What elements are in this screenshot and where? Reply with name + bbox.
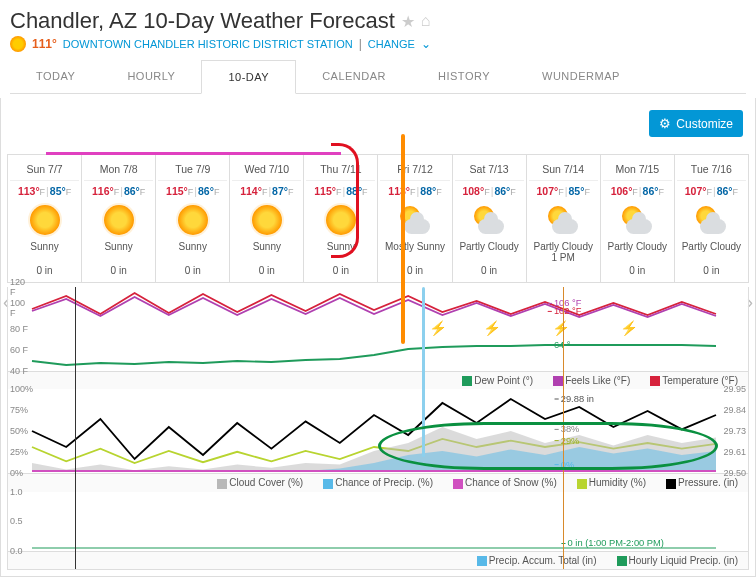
chart-panel-humidity: 100%75%50%25%0%29.9529.8429.7329.6129.50… [8,389,748,474]
day-temps: 116°F|86°F [84,185,153,197]
day-precip: 0 in [603,265,672,276]
day-condition: Sunny [84,241,153,265]
current-condition-icon [10,36,26,52]
partly-cloudy-icon [546,206,580,234]
partly-cloudy-icon [398,206,432,234]
day-label: Tue 7/9 [158,160,227,181]
now-marker-line [75,287,76,569]
customize-button[interactable]: ⚙ Customize [649,110,743,137]
svg-text:29.88 in: 29.88 in [561,395,594,405]
day-temps: 108°F|86°F [455,185,524,197]
day-condition: Sunny [158,241,227,265]
station-link[interactable]: DOWNTOWN CHANDLER HISTORIC DISTRICT STAT… [63,38,353,50]
current-temp: 111° [32,37,57,51]
svg-text:0 in (1:00 PM-2:00 PM): 0 in (1:00 PM-2:00 PM) [568,538,664,548]
day-label: Fri 7/12 [380,160,449,181]
day-label: Sun 7/7 [10,160,79,181]
day-precip: 0 in [10,265,79,276]
chevron-down-icon[interactable]: ⌄ [421,37,431,51]
sunny-icon [30,205,60,235]
favorite-star-icon[interactable]: ★ [401,12,415,31]
day-temps: 115°F|88°F [306,185,375,197]
tab-10-day[interactable]: 10-DAY [201,60,296,94]
partly-cloudy-icon [694,206,728,234]
chart-legend-precip: Precip. Accum. Total (in)Hourly Liquid P… [8,552,748,569]
day-label: Thu 7/11 [306,160,375,181]
separator: | [359,37,362,51]
day-temps: 106°F|86°F [603,185,672,197]
day-precip: 0 in [158,265,227,276]
partly-cloudy-icon [620,206,654,234]
day-label: Sat 7/13 [455,160,524,181]
change-station-link[interactable]: CHANGE [368,38,415,50]
day-precip: 0 in [677,265,746,276]
day-precip: 0 in [232,265,301,276]
day-condition: Mostly Sunny [380,241,449,265]
tab-today[interactable]: TODAY [10,60,101,93]
partly-cloudy-icon [472,206,506,234]
day-label: Mon 7/15 [603,160,672,181]
day-label: Wed 7/10 [232,160,301,181]
day-precip: 0 in [84,265,153,276]
day-condition: Partly Cloudy [677,241,746,265]
home-icon[interactable]: ⌂ [421,12,431,30]
day-precip: 0 in [306,265,375,276]
day-label: Tue 7/16 [677,160,746,181]
day-column[interactable]: Sun 7/7113°F|85°FSunny0 in [8,155,82,282]
day-temps: 114°F|87°F [232,185,301,197]
chart-panel-temp: 120 F100 F80 F60 F40 F⚡⚡⚡⚡106 °F102 °F64… [8,287,748,372]
tab-history[interactable]: HISTORY [412,60,516,93]
chart-panel-precip: 1.00.50.00 in (1:00 PM-2:00 PM) [8,492,748,552]
selected-marker-line [563,287,564,569]
svg-text:⚡: ⚡ [483,319,501,337]
day-column[interactable]: Wed 7/10114°F|87°FSunny0 in [230,155,304,282]
svg-text:102 °F: 102 °F [554,307,582,317]
day-label: Sun 7/14 [529,160,598,181]
day-label: Mon 7/8 [84,160,153,181]
svg-text:⚡: ⚡ [429,319,447,337]
gear-icon: ⚙ [659,116,671,131]
day-temps: 107°F|86°F [677,185,746,197]
day-column[interactable]: Sat 7/13108°F|86°FPartly Cloudy0 in [453,155,527,282]
day-precip: 0 in [380,265,449,276]
tab-hourly[interactable]: HOURLY [101,60,201,93]
day-column[interactable]: Mon 7/15106°F|86°FPartly Cloudy0 in [601,155,675,282]
tab-wundermap[interactable]: WUNDERMAP [516,60,646,93]
sunny-icon [178,205,208,235]
day-column[interactable]: Fri 7/12113°F|88°FMostly Sunny0 in [378,155,452,282]
day-column[interactable]: Mon 7/8116°F|86°FSunny0 in [82,155,156,282]
day-condition: Sunny [10,241,79,265]
day-column[interactable]: Sun 7/14107°F|85°FPartly Cloudy1 PM [527,155,601,282]
day-temps: 113°F|88°F [380,185,449,197]
svg-text:⚡: ⚡ [620,319,638,337]
day-condition: Partly Cloudy [603,241,672,265]
day-condition: Sunny [232,241,301,265]
day-temps: 107°F|85°F [529,185,598,197]
page-title: Chandler, AZ 10-Day Weather Forecast [10,8,395,34]
day-column[interactable]: Tue 7/9115°F|86°FSunny0 in [156,155,230,282]
customize-label: Customize [676,117,733,131]
day-precip: 0 in [455,265,524,276]
tab-calendar[interactable]: CALENDAR [296,60,412,93]
day-condition: Partly Cloudy1 PM [529,241,598,265]
day-column[interactable]: Thu 7/11115°F|88°FSunny0 in [304,155,378,282]
chart-legend-temp: Dew Point (°)Feels Like (°F)Temperature … [8,372,748,389]
sunny-icon [326,205,356,235]
svg-text:⚡: ⚡ [552,319,570,337]
sunny-icon [252,205,282,235]
day-column[interactable]: Tue 7/16107°F|86°FPartly Cloudy0 in [675,155,749,282]
day-condition: Sunny [306,241,375,265]
chart-legend-humidity: Cloud Cover (%)Chance of Precip. (%)Chan… [8,474,748,491]
sunny-icon [104,205,134,235]
day-condition: Partly Cloudy [455,241,524,265]
day-temps: 115°F|86°F [158,185,227,197]
day-temps: 113°F|85°F [10,185,79,197]
